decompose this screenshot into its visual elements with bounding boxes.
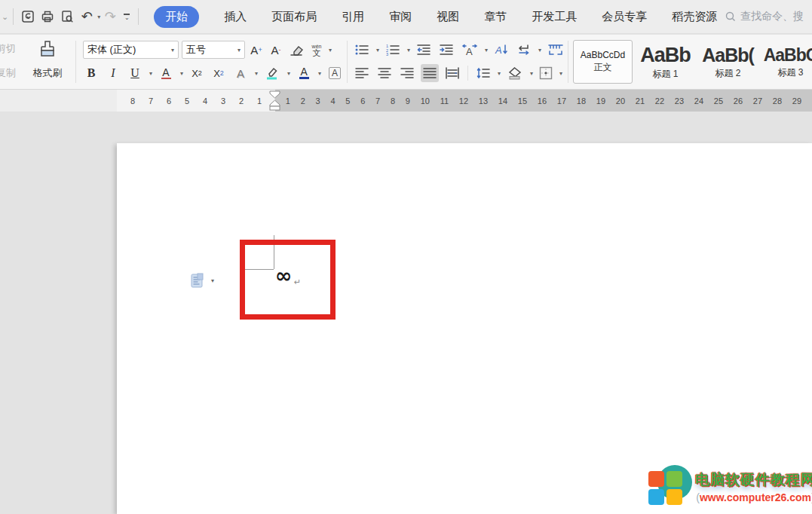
character-scaling-dropdown[interactable]: ▾ <box>485 47 488 54</box>
tab-bar: ⌄ ↶ ▾ ↷ ⌄ 开始插入页面布局引用审阅视图章节开发工具会员专享稻壳资源 <box>0 0 812 34</box>
bullets-dropdown[interactable]: ▾ <box>376 47 379 54</box>
bullets-button[interactable] <box>353 41 371 59</box>
ruler-number: 29 <box>792 96 801 106</box>
ribbon-tab[interactable]: 视图 <box>437 10 459 24</box>
horizontal-ruler[interactable]: 87654321 1234567891011121314151617181920… <box>0 90 812 112</box>
infinity-symbol-text[interactable]: ∞ <box>275 264 293 287</box>
ruler-number: 21 <box>636 96 645 106</box>
line-spacing-dropdown[interactable]: ▾ <box>498 70 501 77</box>
highlight-dropdown[interactable]: ▾ <box>287 70 290 77</box>
customize-quick-access-button[interactable]: ⌄ <box>120 14 133 20</box>
ruler-number: 7 <box>375 96 380 106</box>
command-search[interactable]: 查找命令、搜 <box>725 6 812 27</box>
text-direction-button[interactable]: A <box>492 41 510 59</box>
underline-button[interactable]: U <box>127 64 143 82</box>
paste-options-button[interactable]: ▾ <box>191 273 214 289</box>
logo-square-yellow <box>666 489 682 505</box>
format-painter-button[interactable]: 格式刷 <box>26 39 69 80</box>
text-effects-dropdown[interactable]: ▾ <box>255 70 258 77</box>
phonetic-dropdown[interactable]: ▾ <box>329 47 332 54</box>
style-item[interactable]: AaBb( 标题 2 <box>698 40 758 84</box>
ruler-number: 6 <box>360 96 365 106</box>
borders-button[interactable] <box>538 64 554 82</box>
wrap-dropdown[interactable]: ▾ <box>538 47 541 54</box>
ruler-number: 12 <box>459 96 468 106</box>
justify-button[interactable] <box>421 64 439 82</box>
increase-font-button[interactable]: A+ <box>248 41 265 59</box>
indent-marker[interactable] <box>269 90 280 114</box>
character-border-button[interactable]: A <box>326 64 343 82</box>
style-item[interactable]: AaBb 标题 1 <box>636 40 695 84</box>
ruler-number: 3 <box>221 96 225 106</box>
font-color-button[interactable]: A <box>296 64 312 82</box>
shading-button[interactable] <box>505 64 525 82</box>
format-painter-icon <box>38 39 57 62</box>
distribute-button[interactable] <box>443 64 461 82</box>
copy-button[interactable]: 复制 <box>0 66 16 80</box>
underline-dropdown[interactable]: ▾ <box>149 70 152 77</box>
font-family-value: 宋体 (正文) <box>87 43 136 57</box>
character-scaling-button[interactable]: A <box>460 41 480 59</box>
strikethrough-color-button[interactable]: A <box>158 64 174 82</box>
bullets-icon <box>354 44 369 56</box>
borders-dropdown[interactable]: ▾ <box>559 70 562 77</box>
undo-button[interactable]: ↶ <box>77 7 97 26</box>
style-item[interactable]: AaBbCcDd 正文 <box>573 40 633 84</box>
style-item[interactable]: AaBbC 标题 3 <box>761 40 812 84</box>
ribbon-tab[interactable]: 审阅 <box>389 10 412 24</box>
ruler-number: 8 <box>391 96 395 106</box>
cut-button[interactable]: 剪切 <box>0 42 16 56</box>
chevron-down-icon: ⌄ <box>124 16 130 20</box>
clear-format-button[interactable] <box>287 41 305 59</box>
decrease-indent-button[interactable] <box>415 41 433 59</box>
align-right-button[interactable] <box>398 64 416 82</box>
show-ruler-button[interactable] <box>546 41 565 59</box>
save-button[interactable] <box>18 7 38 26</box>
font-size-select[interactable]: 五号 ▾ <box>182 41 245 59</box>
paste-options-dropdown[interactable]: ▾ <box>211 277 214 284</box>
ribbon-tab[interactable]: 开始 <box>154 6 199 28</box>
wrap-button[interactable] <box>515 41 533 59</box>
ribbon-tab[interactable]: 开发工具 <box>532 10 577 24</box>
align-left-button[interactable] <box>353 64 371 82</box>
ribbon-tab[interactable]: 页面布局 <box>271 10 317 24</box>
align-center-button[interactable] <box>375 64 394 82</box>
line-spacing-button[interactable] <box>474 64 492 82</box>
ribbon-tab[interactable]: 章节 <box>484 10 507 24</box>
print-preview-icon <box>60 9 75 24</box>
ribbon-tab[interactable]: 稻壳资源 <box>672 10 717 24</box>
bold-button[interactable]: B <box>83 64 100 82</box>
strikethrough-dropdown[interactable]: ▾ <box>180 70 183 77</box>
format-painter-label: 格式刷 <box>26 66 69 80</box>
shading-dropdown[interactable]: ▾ <box>530 70 533 77</box>
ruler-number: 10 <box>421 96 430 106</box>
document-page[interactable]: ∞ ↵ ▾ <box>117 143 812 514</box>
distribute-icon <box>445 67 460 79</box>
plus-sign: + <box>258 46 262 54</box>
watermark: 电脑软硬件教程网 (www.computer26.com) <box>648 464 812 510</box>
ribbon-tab[interactable]: 插入 <box>224 10 247 24</box>
ruler-number: 18 <box>577 96 586 106</box>
subscript-button[interactable]: X2 <box>210 64 227 82</box>
ribbon-tab[interactable]: 会员专享 <box>602 10 647 24</box>
text-effects-button[interactable]: A <box>232 64 249 82</box>
paragraph-group: ▾ 123 ▾ A ▾ A ▾ <box>353 41 565 82</box>
increase-indent-button[interactable] <box>437 41 455 59</box>
numbering-dropdown[interactable]: ▾ <box>407 47 410 54</box>
print-preview-button[interactable] <box>57 7 77 26</box>
logo-square-blue <box>648 489 664 505</box>
font-color-dropdown[interactable]: ▾ <box>318 70 321 77</box>
decrease-font-button[interactable]: A- <box>268 41 284 59</box>
font-family-select[interactable]: 宋体 (正文) ▾ <box>83 41 179 59</box>
numbering-button[interactable]: 123 <box>384 41 402 59</box>
italic-button[interactable]: I <box>105 64 121 82</box>
phonetic-guide-button[interactable]: wén 文 <box>308 41 325 59</box>
glyph: X <box>213 68 220 79</box>
highlight-color-button[interactable] <box>263 64 281 82</box>
justify-icon <box>422 67 437 79</box>
print-button[interactable] <box>38 7 57 26</box>
superscript-button[interactable]: X2 <box>188 64 205 82</box>
ribbon-tab[interactable]: 引用 <box>342 10 364 24</box>
redo-button[interactable]: ↷ <box>100 7 120 26</box>
ribbon: 剪切 复制 格式刷 宋体 (正文) ▾ 五号 ▾ A <box>0 35 812 90</box>
